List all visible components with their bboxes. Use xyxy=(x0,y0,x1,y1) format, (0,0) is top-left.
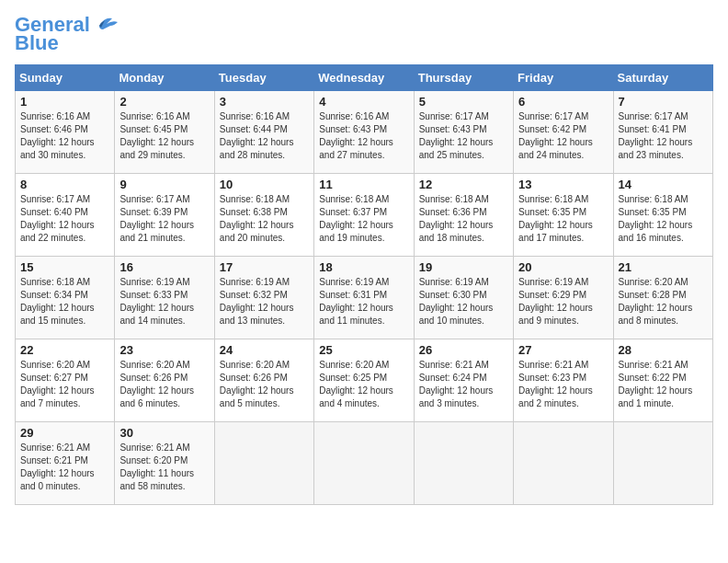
day-info: Sunrise: 6:21 AM Sunset: 6:21 PM Dayligh… xyxy=(20,442,109,493)
day-number: 26 xyxy=(419,343,508,357)
day-number: 20 xyxy=(518,260,608,274)
day-number: 29 xyxy=(20,426,109,440)
calendar-cell: 5Sunrise: 6:17 AM Sunset: 6:43 PM Daylig… xyxy=(414,91,513,174)
calendar-cell xyxy=(214,422,313,505)
day-number: 19 xyxy=(419,260,508,274)
day-number: 1 xyxy=(20,95,109,109)
day-info: Sunrise: 6:21 AM Sunset: 6:23 PM Dayligh… xyxy=(518,359,608,410)
day-info: Sunrise: 6:19 AM Sunset: 6:32 PM Dayligh… xyxy=(220,276,309,327)
day-number: 8 xyxy=(20,178,109,191)
calendar-week: 8Sunrise: 6:17 AM Sunset: 6:40 PM Daylig… xyxy=(16,174,713,257)
day-info: Sunrise: 6:20 AM Sunset: 6:26 PM Dayligh… xyxy=(220,359,309,410)
calendar-cell: 23Sunrise: 6:20 AM Sunset: 6:26 PM Dayli… xyxy=(115,339,214,422)
day-info: Sunrise: 6:21 AM Sunset: 6:22 PM Dayligh… xyxy=(619,359,708,410)
day-info: Sunrise: 6:18 AM Sunset: 6:36 PM Dayligh… xyxy=(419,193,508,245)
calendar-week: 22Sunrise: 6:20 AM Sunset: 6:27 PM Dayli… xyxy=(16,339,713,422)
day-number: 17 xyxy=(220,260,309,274)
day-number: 10 xyxy=(220,178,309,191)
calendar-cell: 13Sunrise: 6:18 AM Sunset: 6:35 PM Dayli… xyxy=(514,174,613,257)
day-number: 6 xyxy=(518,95,608,109)
day-number: 9 xyxy=(119,178,209,191)
weekday-header-cell: Friday xyxy=(514,65,613,91)
day-info: Sunrise: 6:18 AM Sunset: 6:37 PM Dayligh… xyxy=(319,193,408,245)
day-info: Sunrise: 6:17 AM Sunset: 6:43 PM Dayligh… xyxy=(419,110,508,162)
calendar-cell xyxy=(613,422,712,505)
day-info: Sunrise: 6:16 AM Sunset: 6:43 PM Dayligh… xyxy=(319,110,408,162)
day-info: Sunrise: 6:19 AM Sunset: 6:31 PM Dayligh… xyxy=(319,276,408,327)
calendar-cell: 24Sunrise: 6:20 AM Sunset: 6:26 PM Dayli… xyxy=(214,339,313,422)
day-info: Sunrise: 6:16 AM Sunset: 6:44 PM Dayligh… xyxy=(220,110,309,162)
day-number: 18 xyxy=(319,260,408,274)
calendar-cell: 10Sunrise: 6:18 AM Sunset: 6:38 PM Dayli… xyxy=(214,174,313,257)
calendar: SundayMondayTuesdayWednesdayThursdayFrid… xyxy=(15,64,713,505)
calendar-cell: 27Sunrise: 6:21 AM Sunset: 6:23 PM Dayli… xyxy=(514,339,613,422)
calendar-week: 1Sunrise: 6:16 AM Sunset: 6:46 PM Daylig… xyxy=(16,91,713,174)
calendar-cell: 20Sunrise: 6:19 AM Sunset: 6:29 PM Dayli… xyxy=(514,257,613,339)
logo-blue: Blue xyxy=(15,31,59,55)
day-number: 11 xyxy=(319,178,408,191)
day-number: 15 xyxy=(20,260,109,274)
day-number: 14 xyxy=(619,178,708,191)
day-info: Sunrise: 6:18 AM Sunset: 6:35 PM Dayligh… xyxy=(518,193,608,245)
calendar-cell: 26Sunrise: 6:21 AM Sunset: 6:24 PM Dayli… xyxy=(414,339,513,422)
day-info: Sunrise: 6:20 AM Sunset: 6:28 PM Dayligh… xyxy=(619,276,708,327)
day-info: Sunrise: 6:19 AM Sunset: 6:29 PM Dayligh… xyxy=(518,276,608,327)
calendar-cell: 14Sunrise: 6:18 AM Sunset: 6:35 PM Dayli… xyxy=(613,174,712,257)
day-info: Sunrise: 6:17 AM Sunset: 6:39 PM Dayligh… xyxy=(119,193,209,245)
day-info: Sunrise: 6:18 AM Sunset: 6:35 PM Dayligh… xyxy=(619,193,708,245)
day-number: 13 xyxy=(518,178,608,191)
day-info: Sunrise: 6:17 AM Sunset: 6:41 PM Dayligh… xyxy=(619,110,708,162)
day-number: 12 xyxy=(419,178,508,191)
day-number: 22 xyxy=(20,343,109,357)
calendar-cell: 29Sunrise: 6:21 AM Sunset: 6:21 PM Dayli… xyxy=(16,422,115,505)
calendar-cell: 22Sunrise: 6:20 AM Sunset: 6:27 PM Dayli… xyxy=(16,339,115,422)
day-number: 27 xyxy=(518,343,608,357)
day-info: Sunrise: 6:20 AM Sunset: 6:27 PM Dayligh… xyxy=(20,359,109,410)
weekday-header-cell: Tuesday xyxy=(214,65,313,91)
calendar-cell: 3Sunrise: 6:16 AM Sunset: 6:44 PM Daylig… xyxy=(214,91,313,174)
logo: General Blue xyxy=(15,15,121,55)
day-info: Sunrise: 6:16 AM Sunset: 6:46 PM Dayligh… xyxy=(20,110,109,162)
calendar-cell: 12Sunrise: 6:18 AM Sunset: 6:36 PM Dayli… xyxy=(414,174,513,257)
calendar-cell: 28Sunrise: 6:21 AM Sunset: 6:22 PM Dayli… xyxy=(613,339,712,422)
day-number: 16 xyxy=(119,260,209,274)
day-number: 28 xyxy=(619,343,708,357)
day-number: 23 xyxy=(119,343,209,357)
calendar-cell: 9Sunrise: 6:17 AM Sunset: 6:39 PM Daylig… xyxy=(115,174,214,257)
calendar-cell xyxy=(514,422,613,505)
day-info: Sunrise: 6:19 AM Sunset: 6:33 PM Dayligh… xyxy=(119,276,209,327)
weekday-header-cell: Wednesday xyxy=(314,65,414,91)
day-info: Sunrise: 6:20 AM Sunset: 6:25 PM Dayligh… xyxy=(319,359,408,410)
calendar-cell: 7Sunrise: 6:17 AM Sunset: 6:41 PM Daylig… xyxy=(613,91,712,174)
calendar-cell: 1Sunrise: 6:16 AM Sunset: 6:46 PM Daylig… xyxy=(16,91,115,174)
weekday-header-cell: Thursday xyxy=(414,65,513,91)
day-number: 2 xyxy=(119,95,209,109)
weekday-header-cell: Monday xyxy=(115,65,214,91)
weekday-header-cell: Saturday xyxy=(613,65,712,91)
day-info: Sunrise: 6:16 AM Sunset: 6:45 PM Dayligh… xyxy=(119,110,209,162)
day-info: Sunrise: 6:18 AM Sunset: 6:34 PM Dayligh… xyxy=(20,276,109,327)
day-info: Sunrise: 6:17 AM Sunset: 6:42 PM Dayligh… xyxy=(518,110,608,162)
calendar-cell: 19Sunrise: 6:19 AM Sunset: 6:30 PM Dayli… xyxy=(414,257,513,339)
calendar-cell xyxy=(414,422,513,505)
day-info: Sunrise: 6:21 AM Sunset: 6:24 PM Dayligh… xyxy=(419,359,508,410)
day-info: Sunrise: 6:18 AM Sunset: 6:38 PM Dayligh… xyxy=(220,193,309,245)
day-number: 3 xyxy=(220,95,309,109)
calendar-cell: 16Sunrise: 6:19 AM Sunset: 6:33 PM Dayli… xyxy=(115,257,214,339)
calendar-cell: 6Sunrise: 6:17 AM Sunset: 6:42 PM Daylig… xyxy=(514,91,613,174)
calendar-week: 15Sunrise: 6:18 AM Sunset: 6:34 PM Dayli… xyxy=(16,257,713,339)
calendar-cell xyxy=(314,422,414,505)
calendar-cell: 4Sunrise: 6:16 AM Sunset: 6:43 PM Daylig… xyxy=(314,91,414,174)
calendar-week: 29Sunrise: 6:21 AM Sunset: 6:21 PM Dayli… xyxy=(16,422,713,505)
day-info: Sunrise: 6:17 AM Sunset: 6:40 PM Dayligh… xyxy=(20,193,109,245)
calendar-cell: 15Sunrise: 6:18 AM Sunset: 6:34 PM Dayli… xyxy=(16,257,115,339)
calendar-cell: 21Sunrise: 6:20 AM Sunset: 6:28 PM Dayli… xyxy=(613,257,712,339)
calendar-cell: 2Sunrise: 6:16 AM Sunset: 6:45 PM Daylig… xyxy=(115,91,214,174)
day-info: Sunrise: 6:19 AM Sunset: 6:30 PM Dayligh… xyxy=(419,276,508,327)
day-number: 25 xyxy=(319,343,408,357)
calendar-cell: 17Sunrise: 6:19 AM Sunset: 6:32 PM Dayli… xyxy=(214,257,313,339)
calendar-cell: 8Sunrise: 6:17 AM Sunset: 6:40 PM Daylig… xyxy=(16,174,115,257)
day-info: Sunrise: 6:21 AM Sunset: 6:20 PM Dayligh… xyxy=(119,442,209,493)
calendar-cell: 30Sunrise: 6:21 AM Sunset: 6:20 PM Dayli… xyxy=(115,422,214,505)
day-number: 4 xyxy=(319,95,408,109)
